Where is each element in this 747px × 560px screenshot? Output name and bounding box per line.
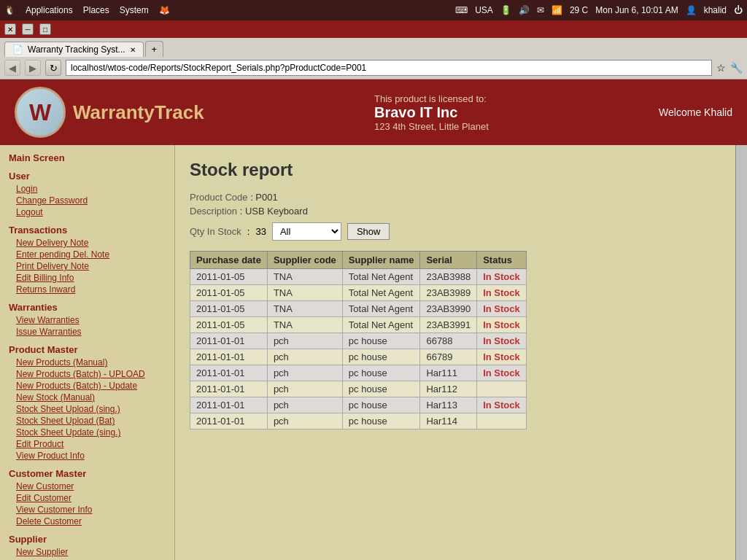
sidebar-item-edit-billing-info[interactable]: Edit Billing Info — [16, 273, 166, 283]
table-row: 2011-01-05TNATotal Net Agent23AB3991In S… — [190, 317, 527, 333]
sidebar-item-new-products-manual[interactable]: New Products (Manual) — [16, 357, 166, 368]
active-tab[interactable]: 📄 Warranty Tracking Syst... ✕ — [4, 42, 144, 57]
forward-button[interactable]: ▶ — [25, 60, 41, 76]
table-cell-status: In Stock — [477, 365, 527, 381]
sidebar-item-delete-customer[interactable]: Delete Customer — [16, 516, 166, 526]
sidebar-item-print-delivery-note[interactable]: Print Delivery Note — [16, 261, 166, 271]
nav-bar: ◀ ▶ ↻ ☆ 🔧 — [0, 57, 747, 79]
table-cell-date: 2011-01-05 — [190, 285, 268, 301]
sidebar-section-user: User — [9, 171, 166, 182]
browser-chrome: ✕ ─ □ 📄 Warranty Tracking Syst... ✕ + ◀ … — [0, 20, 747, 79]
table-cell-status: In Stock — [477, 317, 527, 333]
bookmark-icon[interactable]: ☆ — [716, 62, 726, 74]
table-cell-serial: 23AB3988 — [420, 269, 477, 285]
sidebar-item-stock-sheet-update-sing[interactable]: Stock Sheet Update (sing.) — [16, 427, 166, 438]
page-wrapper: W WarrantyTrack This product is licensed… — [0, 79, 747, 560]
sidebar-item-view-warranties[interactable]: View Warranties — [16, 315, 166, 325]
close-button[interactable]: ✕ — [4, 23, 16, 35]
table-cell-sup_code: pch — [267, 333, 342, 349]
qty-value: 33 — [255, 226, 266, 237]
tools-icon[interactable]: 🔧 — [730, 62, 743, 74]
company-address: 123 4th Street, Little Planet — [374, 121, 489, 132]
sidebar-item-logout[interactable]: Logout — [16, 207, 166, 217]
table-cell-serial: 66788 — [420, 333, 477, 349]
sidebar-item-edit-customer[interactable]: Edit Customer — [16, 493, 166, 503]
tab-favicon: 📄 — [12, 44, 23, 55]
sidebar-item-new-stock-manual[interactable]: New Stock (Manual) — [16, 392, 166, 402]
applications-menu[interactable]: Applications — [26, 5, 73, 15]
sidebar-item-stock-sheet-upload-bat[interactable]: Stock Sheet Upload (Bat) — [16, 416, 166, 426]
sidebar-item-login[interactable]: Login — [16, 184, 166, 194]
system-menu[interactable]: System — [120, 5, 149, 15]
show-button[interactable]: Show — [347, 223, 390, 240]
logo-letter: W — [29, 99, 51, 126]
qty-separator: : — [247, 226, 250, 237]
sidebar-item-view-product-info[interactable]: View Product Info — [16, 451, 166, 461]
filter-select[interactable]: All In Stock Sold Warranted — [272, 222, 341, 241]
table-row: 2011-01-01pchpc houseHar112 — [190, 381, 527, 397]
sidebar-item-new-delivery-note[interactable]: New Delivery Note — [16, 238, 166, 248]
sidebar-item-change-password[interactable]: Change Password — [16, 195, 166, 206]
product-code-label: Product Code — [190, 192, 248, 203]
scrollbar[interactable] — [735, 145, 747, 560]
sidebar-item-stock-sheet-upload-sing[interactable]: Stock Sheet Upload (sing.) — [16, 404, 166, 414]
table-cell-sup_name: Total Net Agent — [342, 301, 420, 317]
table-cell-status — [477, 413, 527, 429]
power-icon[interactable]: ⏻ — [734, 5, 743, 15]
address-bar[interactable] — [66, 60, 712, 76]
datetime-label: Mon Jun 6, 10:01 AM — [595, 5, 678, 15]
minimize-button[interactable]: ─ — [22, 23, 34, 35]
table-cell-serial: 23AB3989 — [420, 285, 477, 301]
table-cell-sup_name: pc house — [342, 413, 420, 429]
sidebar-item-new-products-batch-update[interactable]: New Products (Batch) - Update — [16, 381, 166, 391]
table-cell-serial: 66789 — [420, 349, 477, 365]
main-area: Main Screen User Login Change Password L… — [0, 145, 747, 560]
sidebar-item-new-supplier[interactable]: New Supplier — [16, 547, 166, 557]
main-screen-label: Main Screen — [9, 152, 166, 163]
sidebar-section-product-master: Product Master — [9, 344, 166, 355]
company-name: Bravo IT Inc — [374, 104, 489, 121]
new-tab-button[interactable]: + — [145, 41, 164, 57]
reload-button[interactable]: ↻ — [45, 60, 61, 76]
table-row: 2011-01-01pchpc houseHar113In Stock — [190, 397, 527, 413]
sidebar-section-warranties: Warranties — [9, 302, 166, 313]
places-menu[interactable]: Places — [83, 5, 109, 15]
table-cell-status — [477, 381, 527, 397]
table-row: 2011-01-01pchpc houseHar111In Stock — [190, 365, 527, 381]
tab-title: Warranty Tracking Syst... — [28, 44, 125, 55]
sidebar-item-issue-warranties[interactable]: Issue Warranties — [16, 327, 166, 337]
sidebar: Main Screen User Login Change Password L… — [0, 145, 175, 560]
sidebar-item-new-products-batch-upload[interactable]: New Products (Batch) - UPLOAD — [16, 369, 166, 379]
sidebar-item-enter-pending[interactable]: Enter pending Del. Note — [16, 249, 166, 260]
taskbar-left: 🐧 Applications Places System 🦊 — [4, 5, 170, 15]
site-header: W WarrantyTrack This product is licensed… — [0, 79, 747, 145]
table-cell-date: 2011-01-05 — [190, 301, 268, 317]
product-code-value: P001 — [255, 192, 277, 203]
sidebar-item-edit-product[interactable]: Edit Product — [16, 439, 166, 449]
table-cell-sup_name: pc house — [342, 365, 420, 381]
table-cell-status: In Stock — [477, 301, 527, 317]
battery-icon: 🔋 — [500, 5, 511, 15]
table-cell-serial: Har114 — [420, 413, 477, 429]
description-label: Description — [190, 206, 237, 217]
filter-row: Qty In Stock : 33 All In Stock Sold Warr… — [190, 222, 721, 241]
maximize-button[interactable]: □ — [39, 23, 51, 35]
mail-icon: ✉ — [537, 5, 544, 15]
table-cell-sup_code: pch — [267, 365, 342, 381]
logo-area: W WarrantyTrack — [15, 87, 204, 138]
table-cell-sup_name: Total Net Agent — [342, 269, 420, 285]
app-icon: 🐧 — [4, 5, 15, 15]
sidebar-item-returns-inward[interactable]: Returns Inward — [16, 284, 166, 295]
back-button[interactable]: ◀ — [4, 60, 20, 76]
sidebar-item-new-customer[interactable]: New Customer — [16, 481, 166, 491]
taskbar-right: ⌨ USA 🔋 🔊 ✉ 📶 29 C Mon Jun 6, 10:01 AM 👤… — [455, 5, 743, 15]
table-cell-serial: 23AB3991 — [420, 317, 477, 333]
tab-close-button[interactable]: ✕ — [130, 46, 136, 54]
table-cell-sup_code: TNA — [267, 269, 342, 285]
table-cell-sup_name: pc house — [342, 349, 420, 365]
table-cell-sup_name: pc house — [342, 381, 420, 397]
table-cell-sup_name: Total Net Agent — [342, 285, 420, 301]
col-serial: Serial — [420, 252, 477, 269]
table-cell-sup_code: TNA — [267, 301, 342, 317]
sidebar-item-view-customer-info[interactable]: View Customer Info — [16, 505, 166, 515]
